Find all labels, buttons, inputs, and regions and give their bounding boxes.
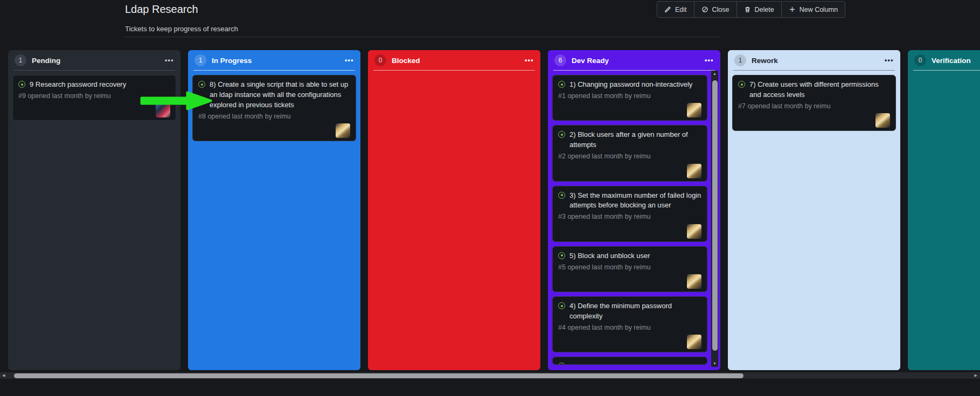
close-button[interactable]: Close xyxy=(694,1,737,18)
issue-open-icon xyxy=(558,131,565,138)
column-menu-button[interactable]: ••• xyxy=(885,57,894,64)
kanban-board: 1 Pending ••• 9 Research password recove… xyxy=(8,50,980,370)
issue-open-icon xyxy=(558,192,565,199)
issue-meta: #5 opened last month by reimu xyxy=(558,263,701,273)
issue-card[interactable]: 4) Define the minimum password complexit… xyxy=(552,296,707,352)
issue-card[interactable]: 8) Create a single script that is able t… xyxy=(192,75,356,141)
issue-meta: #2 opened last month by reimu xyxy=(558,152,701,162)
issue-card[interactable]: 7) Create users with different permissio… xyxy=(732,75,896,131)
issue-meta: #4 opened last month by reimu xyxy=(558,323,701,333)
avatar[interactable] xyxy=(875,113,890,128)
delete-icon xyxy=(744,6,751,13)
issue-open-icon xyxy=(198,81,205,88)
column-rework: 1 Rework ••• 7) Create users with differ… xyxy=(728,50,900,370)
column-menu-button[interactable]: ••• xyxy=(345,57,354,64)
header-divider xyxy=(125,37,720,37)
avatar[interactable] xyxy=(687,103,701,117)
issue-meta: #9 opened last month by reimu xyxy=(18,92,170,101)
cards-list xyxy=(368,71,540,370)
page-subtitle: Tickets to keep progress of research xyxy=(125,25,238,33)
avatar[interactable] xyxy=(687,335,701,349)
new-column-button-label: New Column xyxy=(800,6,838,13)
close-button-label: Close xyxy=(712,6,729,13)
column-header: 0 Verification xyxy=(908,50,980,70)
cards-list xyxy=(908,71,980,370)
avatar[interactable] xyxy=(336,123,350,138)
delete-button[interactable]: Delete xyxy=(736,1,782,18)
scroll-down-icon[interactable]: ▼ xyxy=(711,361,718,366)
column-dev-ready: 6 Dev Ready ••• 1) Changing password non… xyxy=(548,50,720,370)
horizontal-scrollbar[interactable]: ◀ ▶ xyxy=(0,372,980,379)
issue-open-icon xyxy=(558,302,565,309)
cards-list: 7) Create users with different permissio… xyxy=(728,71,900,370)
plus-icon xyxy=(789,6,796,13)
column-count-badge: 1 xyxy=(194,54,206,66)
column-header: 1 Pending ••• xyxy=(8,50,180,70)
column-title: Dev Ready xyxy=(572,57,609,65)
cards-list: 8) Create a single script that is able t… xyxy=(188,71,360,370)
column-count-badge: 0 xyxy=(914,54,926,66)
avatar[interactable] xyxy=(687,224,701,239)
column-title: Rework xyxy=(752,57,778,65)
avatar[interactable] xyxy=(156,103,170,117)
scroll-right-icon[interactable]: ▶ xyxy=(975,372,977,379)
column-blocked: 0 Blocked ••• xyxy=(368,50,540,370)
scrollbar-thumb[interactable] xyxy=(712,80,718,351)
scrollbar-thumb[interactable] xyxy=(14,373,743,378)
issue-card[interactable]: 2) Block users after a given number of a… xyxy=(552,125,707,181)
issue-title[interactable]: 7) Create users with different permissio… xyxy=(749,80,890,100)
column-count-badge: 6 xyxy=(554,54,566,66)
column-header: 6 Dev Ready ••• xyxy=(548,50,720,70)
avatar[interactable] xyxy=(687,274,701,289)
column-scrollbar[interactable]: ▲ ▼ xyxy=(711,71,718,367)
column-count-badge: 1 xyxy=(15,54,26,66)
issue-meta: #7 opened last month by reimu xyxy=(738,102,890,112)
column-menu-button[interactable]: ••• xyxy=(525,57,534,64)
issue-card[interactable]: 5) Block and unblock user #5 opened last… xyxy=(552,246,707,292)
issue-card[interactable]: 9 Research password recovery #9 opened l… xyxy=(12,75,176,121)
column-header: 0 Blocked ••• xyxy=(368,50,540,70)
close-icon xyxy=(701,6,708,13)
issue-title[interactable]: 1) Changing password non-interactively xyxy=(569,80,692,90)
issue-card[interactable]: 1) Changing password non-interactively #… xyxy=(552,75,707,121)
project-actions: Edit Close Delete New Column xyxy=(657,1,845,18)
issue-open-icon xyxy=(558,252,565,259)
issue-card[interactable]: 3) Set the maximum number of failed logi… xyxy=(552,186,707,242)
edit-button-label: Edit xyxy=(675,6,687,13)
column-header: 1 In Progress ••• xyxy=(188,50,360,70)
edit-button[interactable]: Edit xyxy=(657,1,694,18)
new-column-button[interactable]: New Column xyxy=(781,1,846,18)
column-menu-button[interactable]: ••• xyxy=(705,57,714,64)
column-menu-button[interactable]: ••• xyxy=(165,57,174,64)
column-title: In Progress xyxy=(212,57,252,65)
issue-open-icon xyxy=(558,363,565,365)
column-pending: 1 Pending ••• 9 Research password recove… xyxy=(8,50,180,370)
issue-meta: #1 opened last month by reimu xyxy=(558,92,701,101)
cards-list: 9 Research password recovery #9 opened l… xyxy=(8,71,180,370)
cards-list: 1) Changing password non-interactively #… xyxy=(548,71,720,370)
issue-meta: #3 opened last month by reimu xyxy=(558,212,701,222)
scroll-left-icon[interactable]: ◀ xyxy=(2,372,5,379)
column-verification: 0 Verification xyxy=(908,50,980,370)
delete-button-label: Delete xyxy=(755,6,774,13)
edit-icon xyxy=(664,6,671,13)
issue-card-partial[interactable] xyxy=(552,357,707,365)
issue-meta: #8 opened last month by reimu xyxy=(198,112,350,122)
scroll-up-icon[interactable]: ▲ xyxy=(711,71,718,77)
issue-title[interactable]: 5) Block and unblock user xyxy=(569,251,650,261)
issue-open-icon xyxy=(18,81,25,88)
column-count-badge: 1 xyxy=(734,54,746,66)
column-in-progress: 1 In Progress ••• 8) Create a single scr… xyxy=(188,50,360,370)
column-header: 1 Rework ••• xyxy=(728,50,900,70)
issue-title[interactable]: 3) Set the maximum number of failed logi… xyxy=(569,191,701,211)
avatar[interactable] xyxy=(687,164,701,178)
issue-title[interactable]: 4) Define the minimum password complexit… xyxy=(569,301,701,322)
column-count-badge: 0 xyxy=(374,54,386,66)
issue-open-icon xyxy=(558,81,565,88)
issue-title[interactable]: 9 Research password recovery xyxy=(30,80,126,90)
issue-title[interactable]: 8) Create a single script that is able t… xyxy=(210,80,350,110)
issue-title[interactable]: 2) Block users after a given number of a… xyxy=(569,130,701,150)
column-title: Verification xyxy=(932,57,971,65)
column-title: Pending xyxy=(32,57,60,65)
column-title: Blocked xyxy=(392,57,420,65)
